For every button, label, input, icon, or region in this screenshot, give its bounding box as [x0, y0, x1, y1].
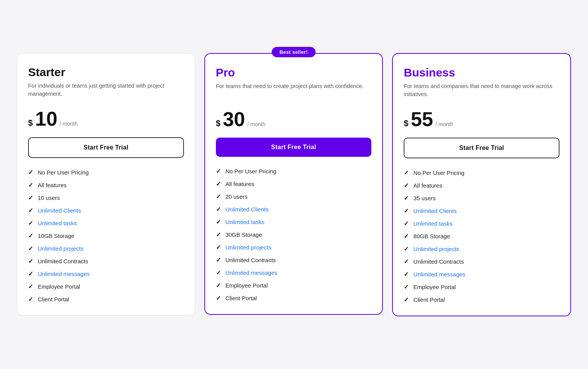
- price-dollar-sign: $: [28, 118, 33, 128]
- price-period: / month: [435, 121, 453, 127]
- check-icon: ✓: [216, 294, 221, 302]
- feature-item: ✓ 10 users: [28, 194, 184, 201]
- check-icon: ✓: [404, 233, 409, 240]
- plan-description: For teams that need to create project pl…: [216, 82, 372, 101]
- feature-item: ✓ Unlimited tasks: [216, 218, 372, 226]
- check-icon: ✓: [404, 271, 409, 278]
- check-icon: ✓: [404, 220, 409, 227]
- feature-label: 10 users: [38, 194, 60, 201]
- feature-label: Unlimited projects: [413, 246, 459, 252]
- feature-item: ✓ 35 users: [404, 194, 560, 202]
- price-period: / month: [60, 121, 78, 127]
- feature-label: Unlimited tasks: [226, 219, 265, 225]
- price-amount: 55: [411, 109, 433, 129]
- check-icon: ✓: [404, 258, 409, 265]
- check-icon: ✓: [216, 231, 221, 238]
- check-icon: ✓: [216, 206, 221, 213]
- feature-label: Unlimited Clients: [226, 206, 269, 213]
- feature-item: ✓ All features: [404, 182, 560, 189]
- price-dollar-sign: $: [216, 118, 220, 128]
- feature-item: ✓ Unlimited messages: [216, 269, 372, 276]
- feature-item: ✓ Client Portal: [28, 296, 184, 303]
- plan-name: Pro: [216, 66, 372, 79]
- feature-item: ✓ Unlimited messages: [28, 270, 184, 278]
- feature-label: Unlimited Clients: [38, 207, 81, 214]
- features-list-pro: ✓ No Per User Pricing ✓ All features ✓ 2…: [216, 168, 372, 302]
- check-icon: ✓: [216, 282, 221, 289]
- cta-button-business[interactable]: Start Free Trial: [404, 138, 560, 158]
- feature-item: ✓ No Per User Pricing: [404, 169, 560, 176]
- features-list-starter: ✓ No Per User Pricing ✓ All features ✓ 1…: [28, 169, 184, 303]
- feature-label: Employee Portal: [226, 282, 268, 289]
- check-icon: ✓: [216, 180, 221, 188]
- check-icon: ✓: [404, 283, 409, 291]
- feature-item: ✓ Unlimited tasks: [404, 220, 560, 227]
- check-icon: ✓: [404, 194, 409, 202]
- feature-item: ✓ No Per User Pricing: [28, 169, 184, 176]
- feature-label: 80GB Storage: [413, 233, 450, 239]
- feature-item: ✓ 80GB Storage: [404, 233, 560, 240]
- check-icon: ✓: [216, 218, 221, 226]
- feature-label: Unlimited Contracts: [226, 257, 276, 263]
- plan-name: Business: [404, 66, 560, 79]
- feature-item: ✓ Employee Portal: [216, 282, 372, 289]
- feature-label: Employee Portal: [38, 283, 80, 290]
- pricing-card-business: Business For teams and companies that ne…: [392, 53, 571, 316]
- feature-item: ✓ 20 users: [216, 193, 372, 200]
- pricing-card-pro: Best seller! Pro For teams that need to …: [204, 53, 383, 315]
- price-row: $ 30 / month: [216, 109, 372, 129]
- plan-name: Starter: [28, 66, 184, 79]
- feature-label: Unlimited Contracts: [38, 258, 88, 264]
- feature-item: ✓ Unlimited Contracts: [216, 256, 372, 264]
- check-icon: ✓: [404, 182, 409, 189]
- feature-label: No Per User Pricing: [226, 168, 277, 175]
- feature-label: All features: [413, 182, 442, 189]
- feature-label: Client Portal: [413, 296, 445, 303]
- feature-item: ✓ No Per User Pricing: [216, 168, 372, 175]
- features-list-business: ✓ No Per User Pricing ✓ All features ✓ 3…: [404, 169, 560, 303]
- check-icon: ✓: [28, 245, 33, 252]
- price-period: / month: [247, 121, 266, 127]
- feature-label: All features: [226, 181, 254, 187]
- check-icon: ✓: [28, 258, 33, 265]
- feature-label: Unlimited messages: [413, 271, 465, 278]
- price-dollar-sign: $: [404, 118, 408, 128]
- price-amount: 10: [35, 109, 57, 129]
- check-icon: ✓: [216, 244, 221, 251]
- check-icon: ✓: [216, 256, 221, 264]
- check-icon: ✓: [28, 194, 33, 201]
- feature-item: ✓ Unlimited projects: [404, 245, 560, 253]
- feature-label: Unlimited projects: [226, 244, 271, 251]
- check-icon: ✓: [28, 296, 33, 303]
- feature-item: ✓ 10GB Storage: [28, 232, 184, 239]
- check-icon: ✓: [28, 270, 33, 278]
- feature-label: 30GB Storage: [226, 231, 262, 238]
- price-row: $ 10 / month: [28, 109, 184, 129]
- check-icon: ✓: [216, 193, 221, 200]
- feature-label: All features: [38, 182, 67, 188]
- cta-button-pro[interactable]: Start Free Trial: [216, 138, 372, 157]
- feature-label: No Per User Pricing: [413, 170, 464, 176]
- feature-item: ✓ Unlimited Contracts: [404, 258, 560, 265]
- check-icon: ✓: [28, 169, 33, 176]
- feature-item: ✓ Employee Portal: [404, 283, 560, 291]
- feature-label: Unlimited Clients: [413, 208, 457, 214]
- cta-button-starter[interactable]: Start Free Trial: [28, 137, 184, 158]
- feature-label: Unlimited Contracts: [413, 258, 464, 265]
- feature-item: ✓ Unlimited Clients: [28, 207, 184, 214]
- check-icon: ✓: [216, 168, 221, 175]
- feature-item: ✓ Client Portal: [216, 294, 372, 302]
- feature-item: ✓ All features: [28, 181, 184, 189]
- feature-item: ✓ Unlimited projects: [216, 244, 372, 251]
- check-icon: ✓: [404, 296, 409, 303]
- feature-item: ✓ All features: [216, 180, 372, 188]
- feature-item: ✓ Unlimited Contracts: [28, 258, 184, 265]
- feature-label: 35 users: [413, 195, 436, 201]
- check-icon: ✓: [28, 283, 33, 290]
- feature-label: 10GB Storage: [38, 233, 74, 239]
- check-icon: ✓: [404, 245, 409, 253]
- feature-label: Unlimited tasks: [38, 220, 77, 226]
- feature-item: ✓ Client Portal: [404, 296, 560, 303]
- check-icon: ✓: [404, 207, 409, 214]
- feature-item: ✓ Unlimited messages: [404, 271, 560, 278]
